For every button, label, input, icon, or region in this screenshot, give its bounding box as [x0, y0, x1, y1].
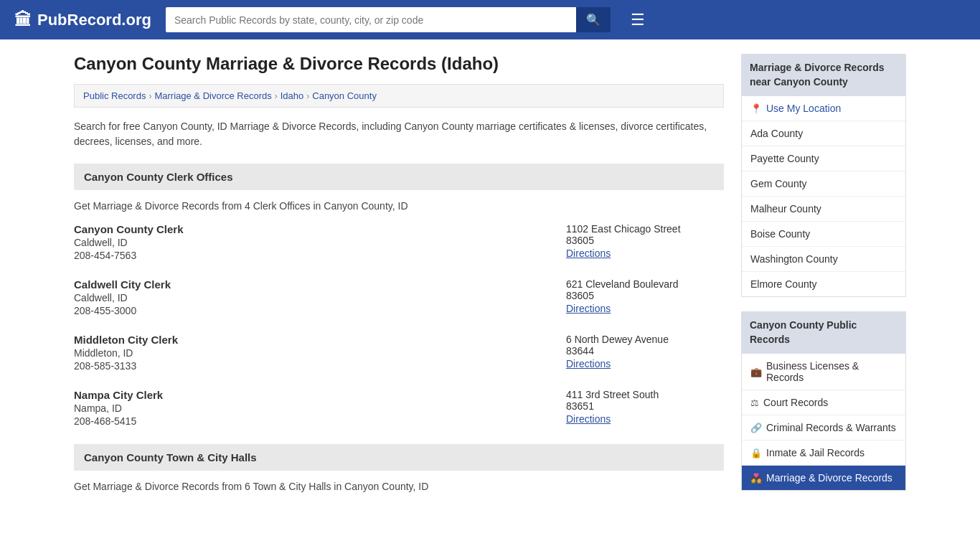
breadcrumb-sep-2: › [275, 91, 278, 101]
logo-icon: 🏛 [14, 10, 32, 30]
sidebar-pr-item-0[interactable]: 💼 Business Licenses & Records [742, 354, 905, 390]
sidebar-pr-link[interactable]: Business Licenses & Records [766, 360, 897, 383]
office-zip: 83651 [566, 400, 724, 412]
sidebar-nearby-item-4[interactable]: Malheur County [742, 197, 905, 222]
office-phone: 208-455-3000 [74, 305, 171, 316]
sidebar-nearby-item-3[interactable]: Gem County [742, 171, 905, 197]
office-right-1: 621 Cleveland Boulevard 83605 Directions [566, 278, 724, 316]
office-entry: Nampa City Clerk Nampa, ID 208-468-5415 … [74, 389, 724, 430]
breadcrumb-public-records[interactable]: Public Records [83, 90, 146, 101]
sidebar-pr-item-4[interactable]: 💑 Marriage & Divorce Records [742, 466, 905, 490]
sidebar-county-link[interactable]: Ada County [750, 128, 803, 139]
pr-icon-2: 🔗 [750, 423, 762, 433]
office-address: 411 3rd Street South [566, 389, 724, 400]
office-right-2: 6 North Dewey Avenue 83644 Directions [566, 334, 724, 372]
office-city: Nampa, ID [74, 402, 163, 414]
search-bar: 🔍 [166, 7, 611, 32]
pr-icon-4: 💑 [750, 473, 762, 484]
office-name: Middleton City Clerk [74, 334, 178, 346]
directions-link[interactable]: Directions [566, 358, 611, 369]
office-phone: 208-454-7563 [74, 250, 184, 261]
office-address: 621 Cleveland Boulevard [566, 278, 724, 290]
office-left-1: Caldwell City Clerk Caldwell, ID 208-455… [74, 278, 171, 316]
office-city: Caldwell, ID [74, 292, 171, 303]
sidebar-county-link[interactable]: Washington County [750, 253, 838, 265]
sidebar-pr-item-2[interactable]: 🔗 Criminal Records & Warrants [742, 415, 905, 441]
sidebar-nearby-item-2[interactable]: Payette County [742, 146, 905, 171]
office-name: Canyon County Clerk [74, 223, 184, 235]
page-title: Canyon County Marriage & Divorce Records… [74, 54, 724, 74]
search-icon: 🔍 [586, 14, 600, 26]
clerk-section-header: Canyon County Clerk Offices [74, 164, 724, 190]
office-phone: 208-468-5415 [74, 415, 163, 427]
breadcrumb: Public Records › Marriage & Divorce Reco… [74, 84, 724, 108]
sidebar-pr-item-3[interactable]: 🔒 Inmate & Jail Records [742, 441, 905, 466]
sidebar: Marriage & Divorce Records near Canyon C… [741, 54, 906, 505]
sidebar-pr-link[interactable]: Criminal Records & Warrants [766, 422, 896, 433]
directions-link[interactable]: Directions [566, 413, 611, 425]
office-address: 6 North Dewey Avenue [566, 334, 724, 345]
pr-icon-3: 🔒 [750, 448, 762, 458]
location-icon: 📍 [750, 103, 762, 114]
main-container: Canyon County Marriage & Divorce Records… [60, 39, 920, 519]
sidebar-nearby-list: 📍Use My LocationAda CountyPayette County… [741, 96, 906, 297]
offices-list: Canyon County Clerk Caldwell, ID 208-454… [74, 223, 724, 430]
office-entry: Caldwell City Clerk Caldwell, ID 208-455… [74, 278, 724, 319]
page-description: Search for free Canyon County, ID Marria… [74, 119, 724, 149]
office-right-0: 1102 East Chicago Street 83605 Direction… [566, 223, 724, 261]
office-phone: 208-585-3133 [74, 360, 178, 372]
sidebar-county-link[interactable]: Malheur County [750, 203, 821, 215]
breadcrumb-canyon-county[interactable]: Canyon County [312, 90, 377, 101]
search-input[interactable] [166, 7, 576, 32]
office-name: Caldwell City Clerk [74, 278, 171, 291]
sidebar-public-records-list: 💼 Business Licenses & Records ⚖ Court Re… [741, 354, 906, 491]
search-button[interactable]: 🔍 [576, 7, 611, 32]
sidebar-nearby-item-5[interactable]: Boise County [742, 222, 905, 247]
pr-icon-0: 💼 [750, 367, 762, 377]
clerk-section-desc: Get Marriage & Divorce Records from 4 Cl… [74, 200, 724, 212]
sidebar-nearby-header: Marriage & Divorce Records near Canyon C… [741, 54, 906, 96]
main-content: Canyon County Marriage & Divorce Records… [74, 54, 724, 505]
directions-link[interactable]: Directions [566, 303, 611, 314]
site-header: 🏛 PubRecord.org 🔍 ☰ [0, 0, 980, 39]
sidebar-nearby-item-6[interactable]: Washington County [742, 247, 905, 272]
sidebar-county-link[interactable]: Boise County [750, 228, 810, 240]
logo-text: PubRecord.org [37, 11, 151, 29]
site-logo[interactable]: 🏛 PubRecord.org [14, 10, 151, 30]
breadcrumb-idaho[interactable]: Idaho [281, 90, 304, 101]
breadcrumb-sep-3: › [306, 91, 309, 101]
office-address: 1102 East Chicago Street [566, 223, 724, 235]
sidebar-county-link[interactable]: Elmore County [750, 278, 817, 290]
directions-link[interactable]: Directions [566, 248, 611, 259]
pr-icon-1: ⚖ [750, 397, 759, 408]
townhall-section-desc: Get Marriage & Divorce Records from 6 To… [74, 481, 724, 492]
sidebar-pr-link[interactable]: Inmate & Jail Records [766, 447, 864, 458]
office-left-0: Canyon County Clerk Caldwell, ID 208-454… [74, 223, 184, 261]
office-entry: Canyon County Clerk Caldwell, ID 208-454… [74, 223, 724, 264]
office-zip: 83605 [566, 290, 724, 301]
office-zip: 83605 [566, 235, 724, 246]
sidebar-county-link[interactable]: Gem County [750, 178, 807, 189]
sidebar-nearby-item-7[interactable]: Elmore County [742, 272, 905, 296]
office-entry: Middleton City Clerk Middleton, ID 208-5… [74, 334, 724, 375]
office-city: Middleton, ID [74, 347, 178, 359]
office-right-3: 411 3rd Street South 83651 Directions [566, 389, 724, 427]
office-zip: 83644 [566, 345, 724, 357]
townhall-section-header: Canyon County Town & City Halls [74, 444, 724, 471]
sidebar-item-label: Use My Location [766, 103, 841, 114]
office-left-3: Nampa City Clerk Nampa, ID 208-468-5415 [74, 389, 163, 427]
sidebar-pr-item-1[interactable]: ⚖ Court Records [742, 390, 905, 415]
sidebar-pr-link[interactable]: Marriage & Divorce Records [766, 472, 892, 484]
sidebar-nearby-item-1[interactable]: Ada County [742, 121, 905, 146]
breadcrumb-sep-1: › [149, 91, 151, 101]
sidebar-county-link[interactable]: Payette County [750, 153, 819, 164]
sidebar-nearby-item-0[interactable]: 📍Use My Location [742, 96, 905, 121]
hamburger-icon: ☰ [631, 11, 645, 29]
sidebar-public-records-header: Canyon County Public Records [741, 311, 906, 354]
office-city: Caldwell, ID [74, 237, 184, 248]
sidebar-pr-link[interactable]: Court Records [763, 397, 828, 408]
office-name: Nampa City Clerk [74, 389, 163, 401]
hamburger-button[interactable]: ☰ [631, 11, 645, 29]
office-left-2: Middleton City Clerk Middleton, ID 208-5… [74, 334, 178, 372]
breadcrumb-marriage-records[interactable]: Marriage & Divorce Records [154, 90, 271, 101]
